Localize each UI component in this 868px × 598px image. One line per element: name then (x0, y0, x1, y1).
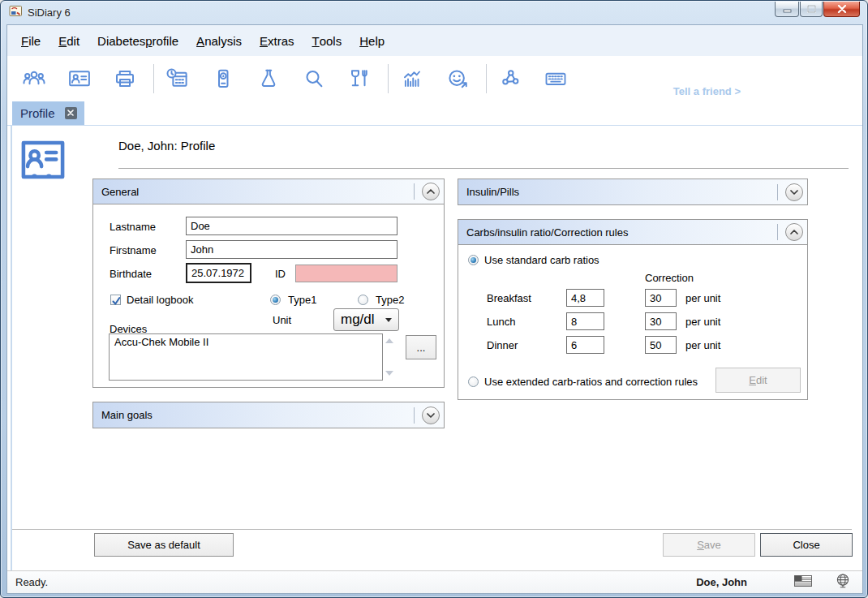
extended-ratios-radio[interactable] (468, 376, 479, 387)
menubar: File Edit Diabetesprofile Analysis Extra… (7, 25, 862, 56)
client-area: File Edit Diabetesprofile Analysis Extra… (6, 24, 863, 594)
dinner-ratio-input[interactable] (566, 336, 604, 354)
patients-icon[interactable] (20, 65, 48, 92)
firstname-label: Firstname (110, 244, 157, 256)
breakfast-ratio-input[interactable] (566, 289, 604, 307)
panel-insulin-pills: Insulin/Pills (458, 179, 808, 205)
devices-more-button[interactable]: ... (406, 335, 436, 359)
scroll-up-icon[interactable] (385, 338, 393, 343)
devices-listbox[interactable]: Accu-Chek Mobile II (109, 333, 383, 381)
search-icon[interactable] (300, 65, 328, 92)
type1-radio[interactable] (270, 295, 281, 305)
printer-icon[interactable] (111, 65, 139, 92)
firstname-input[interactable] (186, 240, 397, 259)
toolbar-separator (486, 64, 487, 93)
profile-page-icon (21, 140, 65, 183)
lastname-label: Lastname (110, 221, 156, 233)
profile-page: Doe, John: Profile General Lastname Firs… (7, 126, 862, 570)
panel-title: General (101, 186, 139, 198)
meter-device-icon[interactable] (209, 65, 237, 92)
panel-main-goals-header: Main goals (93, 402, 444, 428)
toolbar: Tell a friend > (7, 56, 862, 101)
type2-radio[interactable] (358, 295, 368, 305)
app-icon (9, 5, 23, 20)
detail-logbook-label: Detail logbook (127, 294, 193, 306)
standard-ratios-radio[interactable] (468, 255, 479, 265)
lunch-correction-input[interactable] (645, 312, 677, 330)
dinner-per-unit-label: per unit (685, 339, 720, 351)
correction-header: Correction (645, 272, 694, 284)
save-as-default-button[interactable]: Save as default (94, 533, 234, 557)
panel-title: Main goals (101, 409, 153, 421)
menu-extras[interactable]: Extras (251, 25, 303, 56)
titlebar[interactable]: SiDiary 6 (1, 1, 867, 24)
status-text: Ready. (15, 576, 48, 588)
panel-general: General Lastname Firstname Birthdate ID (92, 179, 445, 388)
breakfast-label: Breakfast (487, 292, 531, 304)
window-title: SiDiary 6 (28, 6, 71, 19)
left-rail-divider (11, 126, 12, 570)
birthdate-input[interactable] (186, 263, 251, 283)
logbook-calendar-icon[interactable] (164, 65, 191, 92)
menu-analysis[interactable]: Analysis (187, 25, 251, 56)
globe-icon[interactable] (835, 573, 851, 592)
menu-tools[interactable]: Tools (303, 25, 351, 56)
current-user-label: Doe, John (696, 576, 747, 588)
device-list-item[interactable]: Accu-Chek Mobile II (114, 336, 377, 348)
tab-label: Profile (20, 106, 55, 120)
type2-label: Type2 (376, 294, 404, 306)
unit-dropdown[interactable]: mg/dl (333, 308, 399, 331)
expand-insulin-pills-button[interactable] (785, 183, 803, 201)
unit-label: Unit (273, 314, 291, 326)
lunch-per-unit-label: per unit (685, 316, 720, 328)
lunch-ratio-input[interactable] (566, 312, 604, 330)
breakfast-per-unit-label: per unit (685, 292, 720, 304)
type1-label: Type1 (288, 294, 316, 306)
dinner-correction-input[interactable] (645, 336, 677, 354)
menu-diabetesprofile[interactable]: Diabetesprofile (88, 25, 187, 56)
panel-carbs-header: Carbs/insulin ratio/Correction rules (458, 220, 807, 245)
share-icon[interactable] (496, 65, 524, 92)
expand-main-goals-button[interactable] (422, 407, 440, 424)
heading-divider (118, 168, 849, 169)
nutrition-icon[interactable] (346, 65, 373, 92)
profile-card-icon[interactable] (66, 65, 93, 92)
status-bar: Ready. Doe, John (7, 570, 862, 593)
dropdown-arrow-icon (385, 318, 392, 322)
language-flag-icon[interactable] (794, 575, 812, 589)
collapse-general-button[interactable] (422, 183, 440, 200)
menu-help[interactable]: Help (350, 25, 393, 56)
birthdate-label: Birthdate (110, 268, 152, 280)
lastname-input[interactable] (186, 217, 397, 235)
maximize-button[interactable] (800, 2, 823, 17)
menu-file[interactable]: File (12, 25, 49, 56)
app-window: SiDiary 6 File Edit Diabetesprofile Anal… (0, 0, 868, 598)
tell-a-friend-link[interactable]: Tell a friend > (673, 85, 741, 97)
detail-logbook-checkbox[interactable] (110, 295, 121, 305)
header-divider (414, 407, 415, 424)
panel-title: Carbs/insulin ratio/Correction rules (466, 226, 628, 239)
trend-smiley-icon[interactable] (444, 65, 471, 92)
close-window-button[interactable] (823, 2, 860, 17)
edit-button: Edit (715, 368, 801, 393)
keyboard-icon[interactable] (542, 65, 569, 92)
lab-flask-icon[interactable] (255, 65, 282, 92)
tab-profile[interactable]: Profile (12, 101, 84, 125)
collapse-carbs-button[interactable] (785, 223, 803, 241)
dinner-label: Dinner (487, 339, 518, 351)
extended-ratios-label: Use extended carb-ratios and correction … (484, 376, 698, 388)
toolbar-separator (153, 64, 154, 93)
panel-main-goals: Main goals (92, 402, 445, 428)
statistics-icon[interactable] (398, 65, 426, 92)
save-button: Save (663, 533, 755, 557)
menu-edit[interactable]: Edit (49, 25, 88, 56)
close-button[interactable]: Close (760, 533, 853, 557)
breakfast-correction-input[interactable] (645, 289, 677, 307)
scroll-down-icon[interactable] (385, 371, 393, 376)
window-controls (774, 2, 860, 17)
minimize-button[interactable] (775, 2, 799, 17)
panel-carbs: Carbs/insulin ratio/Correction rules Use… (458, 219, 808, 400)
id-input[interactable] (295, 265, 397, 282)
panel-insulin-pills-header: Insulin/Pills (458, 179, 807, 204)
tab-close-icon[interactable] (65, 107, 77, 119)
